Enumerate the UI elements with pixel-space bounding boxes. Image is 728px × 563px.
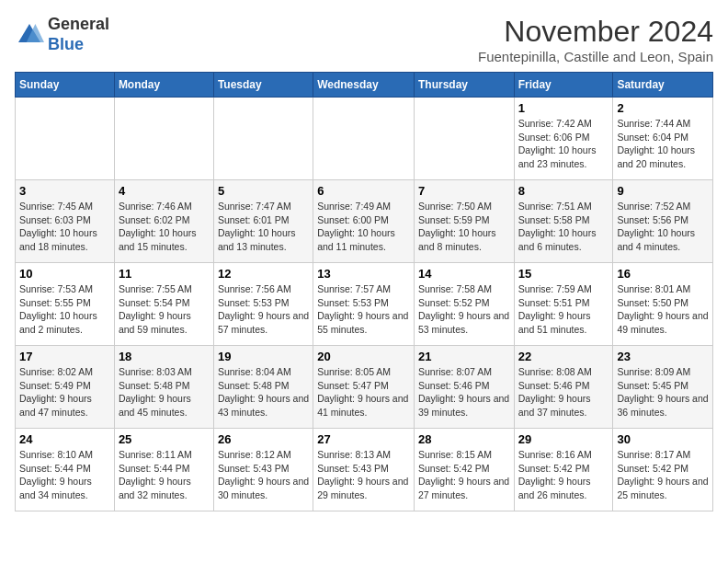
day-info: Sunrise: 7:47 AM Sunset: 6:01 PM Dayligh… [218, 200, 309, 254]
day-number: 14 [418, 267, 510, 281]
day-info: Sunrise: 7:45 AM Sunset: 6:03 PM Dayligh… [19, 200, 110, 254]
day-info: Sunrise: 7:46 AM Sunset: 6:02 PM Dayligh… [119, 200, 210, 254]
calendar-cell: 18Sunrise: 8:03 AM Sunset: 5:48 PM Dayli… [114, 346, 213, 429]
logo-icon [15, 20, 44, 50]
calendar-cell [213, 98, 313, 180]
weekday-header-monday: Monday [114, 73, 213, 98]
day-info: Sunrise: 8:10 AM Sunset: 5:44 PM Dayligh… [19, 448, 110, 502]
day-info: Sunrise: 7:44 AM Sunset: 6:04 PM Dayligh… [617, 117, 709, 171]
day-number: 20 [317, 350, 410, 363]
weekday-header-sunday: Sunday [16, 73, 115, 98]
week-row-5: 24Sunrise: 8:10 AM Sunset: 5:44 PM Dayli… [16, 429, 713, 511]
calendar-cell: 29Sunrise: 8:16 AM Sunset: 5:42 PM Dayli… [514, 429, 613, 511]
calendar-cell: 12Sunrise: 7:56 AM Sunset: 5:53 PM Dayli… [213, 263, 313, 346]
calendar-cell: 11Sunrise: 7:55 AM Sunset: 5:54 PM Dayli… [114, 263, 213, 346]
weekday-header-friday: Friday [514, 73, 613, 98]
calendar-cell: 2Sunrise: 7:44 AM Sunset: 6:04 PM Daylig… [613, 98, 713, 180]
weekday-header-thursday: Thursday [414, 73, 514, 98]
calendar-cell [16, 98, 115, 180]
calendar-cell: 13Sunrise: 7:57 AM Sunset: 5:53 PM Dayli… [313, 263, 415, 346]
day-number: 9 [617, 184, 709, 198]
calendar-cell: 30Sunrise: 8:17 AM Sunset: 5:42 PM Dayli… [613, 429, 713, 511]
day-number: 29 [518, 432, 609, 446]
day-info: Sunrise: 8:03 AM Sunset: 5:48 PM Dayligh… [119, 365, 210, 419]
month-title: November 2024 [478, 15, 713, 49]
week-row-1: 1Sunrise: 7:42 AM Sunset: 6:06 PM Daylig… [16, 98, 713, 180]
calendar-cell: 20Sunrise: 8:05 AM Sunset: 5:47 PM Dayli… [313, 346, 415, 429]
day-info: Sunrise: 8:17 AM Sunset: 5:42 PM Dayligh… [617, 448, 709, 502]
day-info: Sunrise: 8:08 AM Sunset: 5:46 PM Dayligh… [518, 365, 609, 419]
day-number: 15 [518, 267, 609, 281]
calendar-cell: 17Sunrise: 8:02 AM Sunset: 5:49 PM Dayli… [16, 346, 115, 429]
calendar-cell [414, 98, 514, 180]
day-number: 18 [119, 350, 210, 363]
day-number: 22 [518, 350, 609, 363]
calendar-cell: 22Sunrise: 8:08 AM Sunset: 5:46 PM Dayli… [514, 346, 613, 429]
day-info: Sunrise: 8:15 AM Sunset: 5:42 PM Dayligh… [418, 448, 510, 502]
day-info: Sunrise: 8:12 AM Sunset: 5:43 PM Dayligh… [218, 448, 309, 502]
week-row-4: 17Sunrise: 8:02 AM Sunset: 5:49 PM Dayli… [16, 346, 713, 429]
day-number: 6 [317, 184, 410, 198]
calendar-body: 1Sunrise: 7:42 AM Sunset: 6:06 PM Daylig… [16, 98, 713, 511]
day-number: 27 [317, 432, 410, 446]
calendar-cell: 23Sunrise: 8:09 AM Sunset: 5:45 PM Dayli… [613, 346, 713, 429]
calendar-cell: 21Sunrise: 8:07 AM Sunset: 5:46 PM Dayli… [414, 346, 514, 429]
calendar-cell [313, 98, 415, 180]
day-number: 2 [617, 101, 709, 115]
day-number: 16 [617, 267, 709, 281]
week-row-3: 10Sunrise: 7:53 AM Sunset: 5:55 PM Dayli… [16, 263, 713, 346]
calendar-cell: 9Sunrise: 7:52 AM Sunset: 5:56 PM Daylig… [613, 180, 713, 263]
calendar-cell: 3Sunrise: 7:45 AM Sunset: 6:03 PM Daylig… [16, 180, 115, 263]
day-number: 1 [518, 101, 609, 115]
day-info: Sunrise: 7:56 AM Sunset: 5:53 PM Dayligh… [218, 282, 309, 337]
day-info: Sunrise: 8:13 AM Sunset: 5:43 PM Dayligh… [317, 448, 410, 502]
calendar-cell: 10Sunrise: 7:53 AM Sunset: 5:55 PM Dayli… [16, 263, 115, 346]
day-info: Sunrise: 7:57 AM Sunset: 5:53 PM Dayligh… [317, 282, 410, 337]
calendar-cell: 5Sunrise: 7:47 AM Sunset: 6:01 PM Daylig… [213, 180, 313, 263]
day-number: 11 [119, 267, 210, 281]
calendar-cell: 24Sunrise: 8:10 AM Sunset: 5:44 PM Dayli… [16, 429, 115, 511]
day-number: 30 [617, 432, 709, 446]
logo-general-text: General [48, 15, 109, 33]
calendar-cell: 15Sunrise: 7:59 AM Sunset: 5:51 PM Dayli… [514, 263, 613, 346]
day-info: Sunrise: 8:05 AM Sunset: 5:47 PM Dayligh… [317, 365, 410, 419]
day-number: 8 [518, 184, 609, 198]
day-number: 26 [218, 432, 309, 446]
calendar-cell: 28Sunrise: 8:15 AM Sunset: 5:42 PM Dayli… [414, 429, 514, 511]
day-number: 12 [218, 267, 309, 281]
day-info: Sunrise: 7:58 AM Sunset: 5:52 PM Dayligh… [418, 282, 510, 337]
day-info: Sunrise: 7:49 AM Sunset: 6:00 PM Dayligh… [317, 200, 410, 254]
day-info: Sunrise: 7:42 AM Sunset: 6:06 PM Dayligh… [518, 117, 609, 171]
weekday-header-saturday: Saturday [613, 73, 713, 98]
week-row-2: 3Sunrise: 7:45 AM Sunset: 6:03 PM Daylig… [16, 180, 713, 263]
day-info: Sunrise: 7:51 AM Sunset: 5:58 PM Dayligh… [518, 200, 609, 254]
day-number: 24 [19, 432, 110, 446]
day-number: 23 [617, 350, 709, 363]
day-info: Sunrise: 8:11 AM Sunset: 5:44 PM Dayligh… [119, 448, 210, 502]
calendar-cell: 26Sunrise: 8:12 AM Sunset: 5:43 PM Dayli… [213, 429, 313, 511]
calendar-cell: 14Sunrise: 7:58 AM Sunset: 5:52 PM Dayli… [414, 263, 514, 346]
calendar-cell: 8Sunrise: 7:51 AM Sunset: 5:58 PM Daylig… [514, 180, 613, 263]
day-number: 4 [119, 184, 210, 198]
calendar-cell: 6Sunrise: 7:49 AM Sunset: 6:00 PM Daylig… [313, 180, 415, 263]
weekday-header-wednesday: Wednesday [313, 73, 415, 98]
day-number: 10 [19, 267, 110, 281]
day-number: 25 [119, 432, 210, 446]
day-info: Sunrise: 8:04 AM Sunset: 5:48 PM Dayligh… [218, 365, 309, 419]
day-info: Sunrise: 7:53 AM Sunset: 5:55 PM Dayligh… [19, 282, 110, 337]
day-number: 28 [418, 432, 510, 446]
day-info: Sunrise: 7:59 AM Sunset: 5:51 PM Dayligh… [518, 282, 609, 337]
day-number: 19 [218, 350, 309, 363]
day-number: 13 [317, 267, 410, 281]
day-number: 21 [418, 350, 510, 363]
page-header: General Blue November 2024 Fuentepinilla… [15, 15, 713, 64]
title-block: November 2024 Fuentepinilla, Castille an… [478, 15, 713, 64]
calendar-cell: 16Sunrise: 8:01 AM Sunset: 5:50 PM Dayli… [613, 263, 713, 346]
calendar-cell: 25Sunrise: 8:11 AM Sunset: 5:44 PM Dayli… [114, 429, 213, 511]
day-info: Sunrise: 8:16 AM Sunset: 5:42 PM Dayligh… [518, 448, 609, 502]
day-info: Sunrise: 7:55 AM Sunset: 5:54 PM Dayligh… [119, 282, 210, 337]
calendar-cell: 27Sunrise: 8:13 AM Sunset: 5:43 PM Dayli… [313, 429, 415, 511]
calendar-cell: 7Sunrise: 7:50 AM Sunset: 5:59 PM Daylig… [414, 180, 514, 263]
day-info: Sunrise: 8:02 AM Sunset: 5:49 PM Dayligh… [19, 365, 110, 419]
logo: General Blue [15, 15, 109, 54]
